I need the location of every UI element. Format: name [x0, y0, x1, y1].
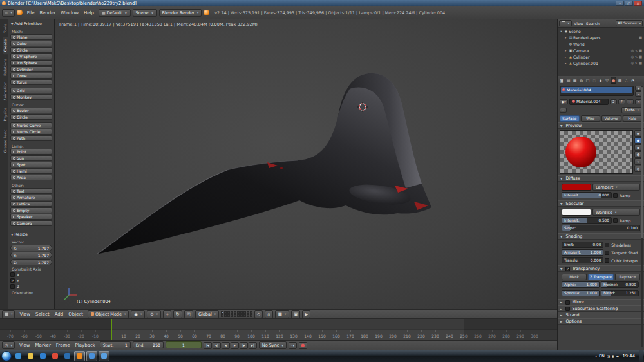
axis-x-checkbox[interactable]: [10, 272, 15, 277]
transparency-mode-raytrace[interactable]: Raytrace: [615, 274, 640, 280]
network-icon[interactable]: ▮: [612, 354, 614, 358]
keying-set-dropdown[interactable]: ◦▾: [289, 342, 297, 349]
start-button[interactable]: [1, 351, 12, 361]
material-type-surface[interactable]: Surface: [560, 115, 580, 122]
add-armature-button[interactable]: Armature: [10, 195, 52, 200]
shadeless-checkbox[interactable]: [605, 243, 609, 247]
layer-18[interactable]: [243, 314, 246, 317]
current-frame-indicator[interactable]: [111, 319, 112, 340]
resize-z-field[interactable]: Z:1.797: [10, 259, 52, 265]
transparency-specula-slider[interactable]: Specula:1.000: [562, 290, 600, 296]
outliner-row-world[interactable]: ◍World: [558, 41, 644, 47]
specular-shader-dropdown[interactable]: WardIso▾: [592, 209, 640, 216]
properties-tab-world[interactable]: ◍: [578, 77, 584, 84]
timeline-editor[interactable]: -70-60-50-40-30-20-101020304050607080901…: [0, 318, 557, 340]
show-desktop-button[interactable]: [639, 350, 643, 362]
panel-transparency-header[interactable]: ▼Transparency: [558, 265, 644, 272]
tangent-shad-checkbox[interactable]: [605, 251, 609, 255]
auto-keyframe-record-button[interactable]: ●: [299, 342, 307, 349]
constraint-axis-x[interactable]: X: [10, 272, 52, 278]
layer-3[interactable]: [227, 311, 230, 314]
constraint-axis-y[interactable]: Y: [10, 278, 52, 283]
layer-9[interactable]: [247, 311, 249, 314]
current-frame-field[interactable]: 1: [166, 341, 202, 348]
properties-tab-render-layers[interactable]: ▤: [565, 77, 571, 84]
pivot-dropdown[interactable]: ⊙▾: [147, 310, 161, 318]
constraint-axis-z[interactable]: Z: [10, 283, 52, 289]
material-type-volume[interactable]: Volume: [601, 115, 621, 122]
info-menu-file[interactable]: File: [24, 9, 37, 17]
taskbar-item-blender-window[interactable]: [86, 351, 97, 361]
outliner-menu-view[interactable]: View: [573, 21, 585, 26]
taskbar-item-chrome[interactable]: [50, 351, 61, 361]
material-link-dropdown[interactable]: Data▾: [621, 107, 642, 113]
panel-diffuse-header[interactable]: ▼Diffuse: [558, 175, 644, 182]
add-monkey-button[interactable]: Monkey: [10, 94, 52, 100]
sync-dropdown[interactable]: No Sync▾: [259, 341, 287, 349]
toolshelf-tab-physics[interactable]: Physics: [3, 105, 8, 124]
outliner-camera-toggle[interactable]: ▩: [639, 35, 642, 39]
add-empty-button[interactable]: Empty: [10, 207, 52, 213]
panel-shading-header[interactable]: ▼Shading: [558, 233, 644, 240]
properties-tab-object[interactable]: □: [585, 77, 591, 84]
diffuse-intensity-slider[interactable]: Intensit:0.800: [562, 192, 612, 198]
properties-tab-modifiers[interactable]: ◆: [598, 77, 603, 84]
outliner-camera-toggle[interactable]: ▩: [639, 55, 642, 59]
properties-scrollbar-thumb[interactable]: [641, 87, 643, 238]
play-reverse-button[interactable]: ◂: [222, 342, 230, 349]
next-keyframe-button[interactable]: |▸: [240, 342, 248, 349]
cubic-interpo-checkbox[interactable]: [605, 258, 609, 263]
material-slot-selected[interactable]: Material.004: [561, 87, 632, 93]
maximize-button[interactable]: ▢: [625, 1, 633, 6]
add-ico-sphere-button[interactable]: Ico Sphere: [10, 60, 52, 66]
layer-6[interactable]: [237, 311, 240, 314]
jump-to-start-button[interactable]: |◂: [204, 342, 212, 349]
opengl-render-button[interactable]: ▣: [291, 310, 300, 318]
panel-options[interactable]: ►Options: [558, 318, 644, 325]
view3d-menu-view[interactable]: View: [17, 310, 33, 318]
diffuse-color-swatch[interactable]: [562, 184, 591, 191]
diffuse-ramp-checkbox[interactable]: [613, 193, 618, 198]
axis-y-checkbox[interactable]: [10, 278, 15, 283]
add-speaker-button[interactable]: Speaker: [10, 214, 52, 220]
panel-preview-header[interactable]: ▼Preview: [558, 122, 644, 129]
outliner-editor-type-button[interactable]: ☰▾: [559, 20, 572, 26]
transparency-alpha-slider[interactable]: Alpha:1.000: [562, 281, 600, 288]
properties-tab-physics[interactable]: ◔: [630, 77, 636, 84]
info-editor-type-button[interactable]: ≡▾: [2, 9, 15, 17]
layer-1[interactable]: [221, 311, 223, 314]
minimize-button[interactable]: –: [616, 1, 624, 6]
add-uv-sphere-button[interactable]: UV Sphere: [10, 53, 52, 59]
properties-tab-particles[interactable]: ∴: [623, 77, 629, 84]
layer-8[interactable]: [243, 311, 246, 314]
view3d-menu-select[interactable]: Select: [33, 310, 52, 318]
taskbar-item-document-app[interactable]: [99, 351, 109, 361]
diffuse-ramp-toggle[interactable]: Ramp: [613, 193, 640, 198]
layout-close-icon[interactable]: ✕: [124, 11, 127, 15]
outliner-cursor-toggle[interactable]: ↖: [635, 61, 638, 65]
transparency-fresnel-slider[interactable]: Fresnel: 0.800: [601, 281, 639, 288]
transparency-mode-z-transpare[interactable]: Z Transpare: [588, 274, 613, 280]
info-menu-render[interactable]: Render: [37, 9, 58, 17]
properties-tab-data[interactable]: ▽: [604, 77, 610, 84]
add-plane-button[interactable]: Plane: [10, 34, 52, 40]
snap-element-dropdown[interactable]: ▦▾: [275, 310, 289, 318]
subsurface-scattering-checkbox[interactable]: [565, 307, 570, 311]
layer-12[interactable]: [224, 314, 227, 317]
panel-specular-header[interactable]: ▼Specular: [558, 200, 644, 207]
add-grid-button[interactable]: Grid: [10, 88, 52, 93]
timeline-editor-type-button[interactable]: ◷▾: [2, 341, 15, 349]
close-button[interactable]: ✕: [634, 1, 642, 6]
panel-mirror[interactable]: ►Mirror: [558, 299, 644, 305]
add-circle-button[interactable]: Circle: [10, 114, 52, 120]
properties-tab-material[interactable]: ●: [611, 77, 616, 84]
shading-translu-slider[interactable]: Translu:0.000: [562, 257, 603, 263]
shading-cubic-interpo-toggle[interactable]: Cubic Interpo...: [605, 258, 640, 263]
screen-layout-selector[interactable]: ▦Default✕: [99, 9, 131, 17]
viewport-editor-type-button[interactable]: ▦▾: [2, 310, 15, 318]
viewport-shading-dropdown[interactable]: ◉▾: [131, 310, 145, 318]
outliner-row-cylinder-001[interactable]: ▸▲Cylinder.001◎↖▩: [558, 60, 644, 66]
layer-15[interactable]: [234, 314, 236, 317]
layer-7[interactable]: [240, 311, 243, 314]
layer-11[interactable]: [221, 314, 223, 317]
